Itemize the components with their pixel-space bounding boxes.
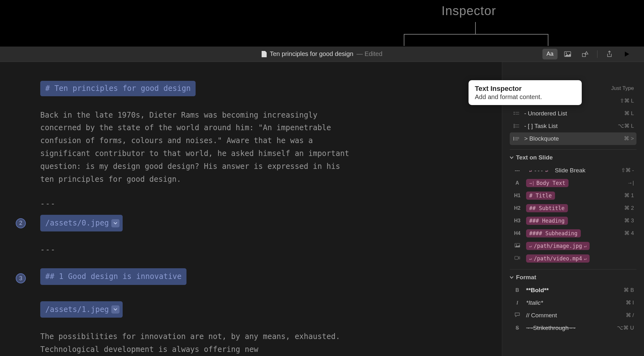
asset-path-0: /assets/0.jpeg xyxy=(45,217,109,230)
asset-path-1: /assets/1.jpeg xyxy=(45,303,109,316)
item-label: - Unordered List xyxy=(524,110,620,117)
item-pill: ### Heading xyxy=(526,217,568,225)
tooltip: Text Inspector Add and format content. xyxy=(469,80,582,105)
annotation-label: Inspector xyxy=(441,4,496,18)
leading-glyph: S xyxy=(512,325,522,331)
asset-expand-0[interactable] xyxy=(111,219,119,227)
item-label: *Italic* xyxy=(526,299,622,306)
item-shortcut: ⌘ I xyxy=(626,299,634,306)
section-label: Format xyxy=(516,274,536,281)
image-icon xyxy=(512,243,522,249)
editor[interactable]: # Ten principles for good design Back in… xyxy=(0,62,502,356)
document-title-area: Ten principles for good design — Edited xyxy=(262,50,382,58)
svg-point-11 xyxy=(514,114,515,114)
slide-badge-2: 2 xyxy=(16,218,26,228)
item-shortcut: ⌘ > xyxy=(624,135,634,142)
item-label: **Bold** xyxy=(526,287,620,294)
leading-glyph: B xyxy=(512,287,522,293)
body-text-item[interactable]: A →|Body Text →| xyxy=(510,177,636,189)
item-shortcut: ⌥⌘ U xyxy=(617,325,634,331)
svg-rect-23 xyxy=(515,256,518,259)
asset-pill-1[interactable]: /assets/1.jpeg xyxy=(40,301,123,318)
editor-h2[interactable]: 3 ## 1 Good design is innovative xyxy=(40,268,186,285)
app-window: Ten principles for good design — Edited … xyxy=(0,47,644,356)
item-pill: →|Body Text xyxy=(526,179,569,187)
inspector-separator xyxy=(510,269,636,270)
svg-marker-4 xyxy=(625,52,629,57)
asset-row-1[interactable]: /assets/1.jpeg xyxy=(40,301,358,318)
share-button[interactable] xyxy=(602,49,617,59)
asset-expand-1[interactable] xyxy=(111,305,119,314)
item-shortcut: ⌘ 2 xyxy=(624,205,634,211)
title-item[interactable]: H1 # Title ⌘ 1 xyxy=(510,189,636,202)
svg-point-1 xyxy=(566,53,567,54)
subtitle-item[interactable]: H2 ## Subtitle ⌘ 2 xyxy=(510,202,636,214)
editor-paragraph-1[interactable]: Back in the late 1970s, Dieter Rams was … xyxy=(40,109,358,186)
unordered-list-item[interactable]: - Unordered List ⌘ L xyxy=(510,107,636,120)
editor-divider-1[interactable]: --- xyxy=(40,197,358,210)
unordered-list-icon xyxy=(512,111,520,116)
tooltip-subtitle: Add and format content. xyxy=(475,93,575,101)
editor-h1[interactable]: # Ten principles for good design xyxy=(40,81,196,96)
chevron-down-icon xyxy=(114,308,117,311)
svg-rect-15 xyxy=(514,126,515,128)
text-aa-icon: Aa xyxy=(547,51,553,57)
video-icon xyxy=(512,256,522,261)
heading-item[interactable]: H3 ### Heading ⌘ 3 xyxy=(510,214,636,227)
toolbar-right: Aa xyxy=(542,49,635,59)
bold-item[interactable]: B **Bold** ⌘ B xyxy=(510,284,636,297)
svg-marker-3 xyxy=(585,52,588,54)
item-pill: ↵/path/image.jpg↵ xyxy=(526,242,590,250)
subheading-item[interactable]: H4 #### Subheading ⌘ 4 xyxy=(510,227,636,240)
item-label: - [ ] Task List xyxy=(524,123,614,130)
image-inspector-button[interactable] xyxy=(560,49,575,59)
leading-glyph: A xyxy=(512,180,522,186)
leading-glyph: H2 xyxy=(512,205,522,211)
section-format[interactable]: Format xyxy=(510,274,636,281)
video-path-item[interactable]: ↵/path/video.mp4↵ xyxy=(510,252,636,265)
leading-glyph: H1 xyxy=(512,193,522,198)
blockquote-item[interactable]: > Blockquote ⌘ > xyxy=(510,132,636,145)
slide-break-item[interactable]: --- ↵---↵ Slide Break ⇧⌘ - xyxy=(510,164,636,177)
annotation-target-box xyxy=(404,34,548,46)
share-icon xyxy=(607,51,612,58)
item-label: ~~Strikethrough~~ xyxy=(526,325,613,331)
svg-rect-13 xyxy=(514,124,515,125)
play-button[interactable] xyxy=(619,49,635,59)
inspector-separator xyxy=(510,149,636,150)
asset-row-0[interactable]: 2 /assets/0.jpeg xyxy=(40,215,358,231)
comment-item[interactable]: // Comment ⌘ / xyxy=(510,309,636,322)
design-inspector-button[interactable] xyxy=(578,49,593,59)
document-icon xyxy=(262,51,267,57)
editor-paragraph-2[interactable]: The possibilities for innovation are not… xyxy=(40,330,358,356)
item-shortcut: ⌘ 3 xyxy=(624,217,634,224)
svg-point-9 xyxy=(514,112,515,113)
task-list-icon xyxy=(512,124,520,128)
leading-glyph: H3 xyxy=(512,218,522,224)
editor-h2-text: ## 1 Good design is innovative xyxy=(45,272,181,281)
chevron-down-icon xyxy=(510,156,514,159)
item-label: Slide Break xyxy=(555,167,617,174)
chevron-down-icon xyxy=(114,222,117,225)
editor-divider-2[interactable]: --- xyxy=(40,243,358,256)
item-shortcut: ⌘ B xyxy=(624,287,634,293)
shapes-icon xyxy=(582,51,589,57)
item-shortcut: ⌘ / xyxy=(626,312,634,319)
item-label: // Comment xyxy=(526,312,622,319)
italic-item[interactable]: I *Italic* ⌘ I xyxy=(510,297,636,309)
chevron-down-icon xyxy=(510,276,514,279)
item-shortcut: ⌥⌘ L xyxy=(618,123,634,129)
section-label: Text on Slide xyxy=(516,154,553,161)
text-inspector-button[interactable]: Aa xyxy=(542,49,558,59)
leading-glyph: --- xyxy=(512,168,522,173)
svg-marker-24 xyxy=(519,257,520,259)
toolbar-separator xyxy=(597,50,597,58)
image-path-item[interactable]: ↵/path/image.jpg↵ xyxy=(510,240,636,252)
item-shortcut: ⌘ 1 xyxy=(624,192,634,199)
body-area: Text Inspector Add and format content. #… xyxy=(0,62,644,356)
task-list-item[interactable]: - [ ] Task List ⌥⌘ L xyxy=(510,120,636,132)
strikethrough-item[interactable]: S ~~Strikethrough~~ ⌥⌘ U xyxy=(510,322,636,334)
section-text-on-slide[interactable]: Text on Slide xyxy=(510,154,636,161)
image-icon xyxy=(564,51,571,57)
asset-pill-0[interactable]: /assets/0.jpeg xyxy=(40,215,123,231)
